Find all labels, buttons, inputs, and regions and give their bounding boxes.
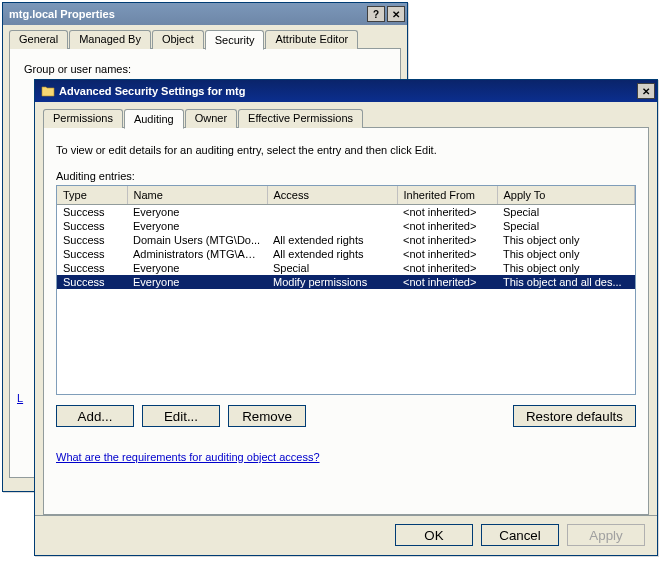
col-access[interactable]: Access bbox=[267, 186, 397, 204]
cell-apply: This object only bbox=[497, 247, 635, 261]
tab-object[interactable]: Object bbox=[152, 30, 204, 49]
add-button[interactable]: Add... bbox=[56, 405, 134, 427]
properties-titlebar: mtg.local Properties ? ✕ bbox=[3, 3, 407, 25]
col-apply-to[interactable]: Apply To bbox=[497, 186, 635, 204]
learn-link[interactable]: L bbox=[17, 392, 23, 404]
tab-permissions[interactable]: Permissions bbox=[43, 109, 123, 128]
cell-type: Success bbox=[57, 219, 127, 233]
help-button[interactable]: ? bbox=[367, 6, 385, 22]
advanced-title: Advanced Security Settings for mtg bbox=[59, 85, 637, 97]
cell-inh: <not inherited> bbox=[397, 261, 497, 275]
col-type[interactable]: Type bbox=[57, 186, 127, 204]
tab-security[interactable]: Security bbox=[205, 30, 265, 50]
advanced-security-window: Advanced Security Settings for mtg ✕ Per… bbox=[34, 79, 658, 556]
col-name[interactable]: Name bbox=[127, 186, 267, 204]
table-row[interactable]: SuccessDomain Users (MTG\Do...All extend… bbox=[57, 233, 635, 247]
advanced-tabs: Permissions Auditing Owner Effective Per… bbox=[43, 109, 649, 128]
cell-inh: <not inherited> bbox=[397, 247, 497, 261]
cell-access: Special bbox=[267, 261, 397, 275]
cell-access: All extended rights bbox=[267, 233, 397, 247]
table-row[interactable]: SuccessEveryoneSpecial<not inherited>Thi… bbox=[57, 261, 635, 275]
cell-name: Everyone bbox=[127, 204, 267, 219]
cell-access: Modify permissions bbox=[267, 275, 397, 289]
cell-name: Everyone bbox=[127, 275, 267, 289]
listview-header-row: Type Name Access Inherited From Apply To bbox=[57, 186, 635, 204]
dialog-bottom-buttons: OK Cancel Apply bbox=[35, 515, 657, 554]
cell-name: Domain Users (MTG\Do... bbox=[127, 233, 267, 247]
cell-type: Success bbox=[57, 275, 127, 289]
cell-inh: <not inherited> bbox=[397, 204, 497, 219]
tab-owner[interactable]: Owner bbox=[185, 109, 237, 128]
cell-inh: <not inherited> bbox=[397, 219, 497, 233]
close-button[interactable]: ✕ bbox=[387, 6, 405, 22]
auditing-listview[interactable]: Type Name Access Inherited From Apply To… bbox=[56, 185, 636, 395]
table-row[interactable]: SuccessEveryoneModify permissions<not in… bbox=[57, 275, 635, 289]
cell-type: Success bbox=[57, 247, 127, 261]
cell-inh: <not inherited> bbox=[397, 233, 497, 247]
cell-apply: Special bbox=[497, 204, 635, 219]
apply-button[interactable]: Apply bbox=[567, 524, 645, 546]
advanced-titlebar: Advanced Security Settings for mtg ✕ bbox=[35, 80, 657, 102]
table-row[interactable]: SuccessEveryone<not inherited>Special bbox=[57, 204, 635, 219]
edit-button[interactable]: Edit... bbox=[142, 405, 220, 427]
remove-button[interactable]: Remove bbox=[228, 405, 306, 427]
cell-apply: This object only bbox=[497, 233, 635, 247]
auditing-buttons-row: Add... Edit... Remove Restore defaults bbox=[56, 405, 636, 427]
cell-name: Administrators (MTG\Adm... bbox=[127, 247, 267, 261]
instruction-text: To view or edit details for an auditing … bbox=[56, 144, 636, 156]
group-user-names-label: Group or user names: bbox=[24, 63, 390, 75]
help-link[interactable]: What are the requirements for auditing o… bbox=[56, 451, 320, 463]
tab-auditing[interactable]: Auditing bbox=[124, 109, 184, 129]
tab-general[interactable]: General bbox=[9, 30, 68, 49]
cell-inh: <not inherited> bbox=[397, 275, 497, 289]
cell-type: Success bbox=[57, 261, 127, 275]
tab-effective-permissions[interactable]: Effective Permissions bbox=[238, 109, 363, 128]
cell-apply: Special bbox=[497, 219, 635, 233]
cell-name: Everyone bbox=[127, 261, 267, 275]
restore-defaults-button[interactable]: Restore defaults bbox=[513, 405, 636, 427]
tab-attribute-editor[interactable]: Attribute Editor bbox=[265, 30, 358, 49]
cell-access bbox=[267, 219, 397, 233]
auditing-entries-label: Auditing entries: bbox=[56, 170, 636, 182]
cell-apply: This object and all des... bbox=[497, 275, 635, 289]
cell-type: Success bbox=[57, 233, 127, 247]
tab-managed-by[interactable]: Managed By bbox=[69, 30, 151, 49]
folder-icon bbox=[41, 84, 55, 98]
cell-apply: This object only bbox=[497, 261, 635, 275]
cell-name: Everyone bbox=[127, 219, 267, 233]
cell-access: All extended rights bbox=[267, 247, 397, 261]
properties-tabs: General Managed By Object Security Attri… bbox=[9, 30, 401, 49]
col-inherited-from[interactable]: Inherited From bbox=[397, 186, 497, 204]
table-row[interactable]: SuccessAdministrators (MTG\Adm...All ext… bbox=[57, 247, 635, 261]
properties-title: mtg.local Properties bbox=[9, 8, 367, 20]
ok-button[interactable]: OK bbox=[395, 524, 473, 546]
auditing-panel: To view or edit details for an auditing … bbox=[43, 127, 649, 515]
cancel-button[interactable]: Cancel bbox=[481, 524, 559, 546]
close-button[interactable]: ✕ bbox=[637, 83, 655, 99]
cell-type: Success bbox=[57, 204, 127, 219]
cell-access bbox=[267, 204, 397, 219]
table-row[interactable]: SuccessEveryone<not inherited>Special bbox=[57, 219, 635, 233]
